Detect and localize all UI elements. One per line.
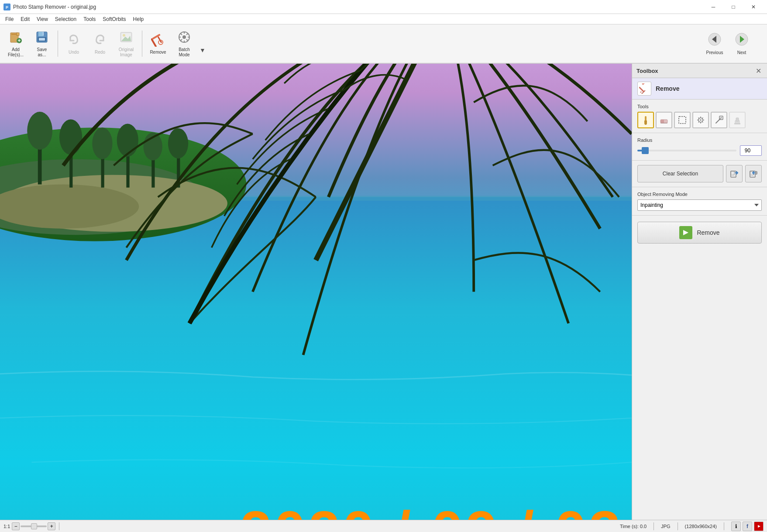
- status-dims-label: (1280x960x24): [685, 524, 717, 529]
- island-rocks: [0, 155, 240, 209]
- title-bar-controls: ─ □ ✕: [703, 0, 764, 14]
- load-selection-button[interactable]: [745, 165, 762, 182]
- svg-line-30: [181, 39, 182, 41]
- menu-softorbits[interactable]: SoftOrbits: [99, 14, 129, 24]
- next-button[interactable]: Next: [729, 27, 755, 61]
- svg-rect-10: [43, 32, 44, 35]
- menu-bar: File Edit View Selection Tools SoftOrbit…: [0, 14, 767, 24]
- next-label: Next: [737, 50, 746, 55]
- tools-section: Tools: [632, 100, 767, 133]
- redo-label: Redo: [95, 50, 105, 55]
- brush-icon: [641, 115, 650, 125]
- zoom-slider[interactable]: [21, 525, 47, 527]
- mode-select[interactable]: Inpainting Content Aware Solid Fill: [637, 199, 762, 211]
- toolbox-close-button[interactable]: ✕: [754, 66, 763, 75]
- radius-input[interactable]: [740, 145, 762, 156]
- original-image-icon: [119, 30, 133, 46]
- zoom-in-button[interactable]: +: [48, 522, 55, 530]
- batch-mode-icon: [177, 30, 191, 46]
- image-area[interactable]: 2020 / 09 / 03: [0, 64, 632, 520]
- brush-tool-button[interactable]: [637, 112, 654, 128]
- stamp-icon: [733, 115, 742, 125]
- original-image-button[interactable]: OriginalImage: [114, 27, 138, 61]
- load-selection-icon: [749, 169, 758, 178]
- undo-label: Undo: [69, 50, 79, 55]
- dropdown-btn[interactable]: ▼: [198, 27, 207, 61]
- zoom-thumb[interactable]: [31, 523, 37, 529]
- menu-selection[interactable]: Selection: [52, 14, 80, 24]
- svg-rect-88: [750, 171, 755, 177]
- select-to-file-icon: [729, 169, 739, 178]
- eraser-tool-button[interactable]: [656, 112, 672, 128]
- youtube-icon-button[interactable]: [754, 522, 764, 531]
- wand2-tool-button[interactable]: [711, 112, 727, 128]
- dropdown-chevron-icon: ▼: [199, 47, 206, 54]
- clear-selection-button[interactable]: Clear Selection: [637, 165, 723, 182]
- toolbar-sep-2: [142, 31, 142, 57]
- svg-rect-82: [734, 123, 740, 124]
- radius-label: Radius: [637, 137, 762, 143]
- mode-label: Object Removing Mode: [637, 192, 762, 197]
- rect-select-icon: [678, 115, 687, 125]
- close-button[interactable]: ✕: [743, 0, 764, 14]
- zoom-out-button[interactable]: −: [12, 522, 20, 530]
- svg-rect-81: [736, 118, 739, 121]
- zoom-controls: − +: [12, 522, 55, 530]
- next-icon: [735, 32, 749, 49]
- select-to-file-button[interactable]: [726, 165, 743, 182]
- radius-slider[interactable]: [637, 150, 736, 151]
- menu-view[interactable]: View: [33, 14, 52, 24]
- main-content: 2020 / 09 / 03 Toolbox ✕: [0, 64, 767, 520]
- svg-line-72: [698, 118, 699, 119]
- svg-rect-17: [151, 38, 157, 47]
- original-image-label: OriginalImage: [119, 47, 134, 58]
- remove-arrow-icon: [679, 226, 692, 239]
- zoom-level-label: 1:1: [3, 524, 10, 529]
- stamp-tool-button[interactable]: [729, 112, 746, 128]
- svg-text:+: +: [17, 38, 21, 44]
- info-icon-button[interactable]: ℹ: [731, 522, 741, 531]
- svg-point-61: [644, 121, 647, 125]
- minimize-button[interactable]: ─: [703, 0, 723, 14]
- toolbar-sep-1: [58, 31, 58, 57]
- menu-tools[interactable]: Tools: [80, 14, 99, 24]
- remove-button[interactable]: Remove: [146, 27, 170, 61]
- toolbox-header: Toolbox ✕: [632, 64, 767, 78]
- batch-mode-button[interactable]: BatchMode: [172, 27, 196, 61]
- previous-button[interactable]: Previous: [702, 27, 728, 61]
- undo-button[interactable]: Undo: [62, 27, 86, 61]
- maximize-button[interactable]: □: [723, 0, 743, 14]
- toolbar: + AddFile(s)... Saveas... Undo: [0, 24, 767, 64]
- save-as-button[interactable]: Saveas...: [30, 27, 54, 61]
- status-time-label: Time (s): 0.0: [620, 524, 647, 529]
- magic-wand-tool-button[interactable]: [692, 112, 709, 128]
- svg-line-74: [702, 118, 703, 119]
- svg-line-27: [181, 34, 182, 35]
- svg-point-15: [123, 34, 125, 37]
- menu-help[interactable]: Help: [130, 14, 148, 24]
- facebook-icon-button[interactable]: f: [743, 522, 752, 531]
- svg-rect-57: [639, 86, 645, 92]
- rect-select-tool-button[interactable]: [674, 112, 691, 128]
- status-sep-1: [59, 522, 59, 530]
- svg-rect-5: [17, 33, 19, 35]
- redo-button[interactable]: Redo: [88, 27, 112, 61]
- svg-text:P: P: [6, 5, 8, 10]
- svg-line-28: [186, 39, 188, 41]
- svg-rect-63: [660, 120, 664, 123]
- add-file-icon: +: [9, 30, 23, 46]
- wand2-icon: [714, 115, 724, 125]
- add-file-button[interactable]: + AddFile(s)...: [3, 27, 28, 61]
- menu-edit[interactable]: Edit: [17, 14, 33, 24]
- undo-icon: [67, 33, 81, 49]
- radius-slider-thumb[interactable]: [642, 147, 649, 154]
- beach-image: 2020 / 09 / 03: [0, 64, 632, 520]
- remove-icon-box: [637, 82, 651, 96]
- remove-action-button[interactable]: Remove: [637, 222, 762, 244]
- menu-file[interactable]: File: [2, 14, 17, 24]
- svg-rect-65: [679, 117, 686, 124]
- add-file-label: AddFile(s)...: [8, 47, 24, 58]
- svg-point-22: [182, 35, 186, 39]
- svg-line-29: [186, 34, 188, 35]
- remove-btn-section: Remove: [632, 216, 767, 250]
